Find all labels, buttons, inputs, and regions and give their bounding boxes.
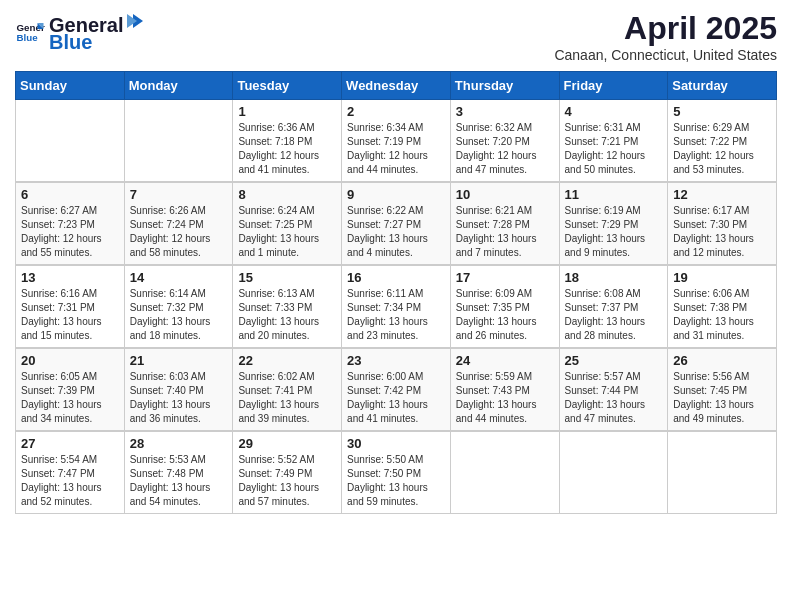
calendar-cell: 6Sunrise: 6:27 AMSunset: 7:23 PMDaylight… bbox=[16, 182, 125, 265]
day-info: Sunrise: 5:50 AMSunset: 7:50 PMDaylight:… bbox=[347, 453, 445, 509]
day-info: Sunrise: 6:03 AMSunset: 7:40 PMDaylight:… bbox=[130, 370, 228, 426]
day-info: Sunrise: 6:08 AMSunset: 7:37 PMDaylight:… bbox=[565, 287, 663, 343]
location-title: Canaan, Connecticut, United States bbox=[554, 47, 777, 63]
calendar-cell: 3Sunrise: 6:32 AMSunset: 7:20 PMDaylight… bbox=[450, 100, 559, 183]
day-number: 22 bbox=[238, 353, 336, 368]
header-friday: Friday bbox=[559, 72, 668, 100]
day-info: Sunrise: 5:53 AMSunset: 7:48 PMDaylight:… bbox=[130, 453, 228, 509]
header-monday: Monday bbox=[124, 72, 233, 100]
calendar-cell: 25Sunrise: 5:57 AMSunset: 7:44 PMDayligh… bbox=[559, 348, 668, 431]
title-block: April 2025 Canaan, Connecticut, United S… bbox=[554, 10, 777, 63]
day-info: Sunrise: 6:02 AMSunset: 7:41 PMDaylight:… bbox=[238, 370, 336, 426]
header-wednesday: Wednesday bbox=[342, 72, 451, 100]
day-info: Sunrise: 6:17 AMSunset: 7:30 PMDaylight:… bbox=[673, 204, 771, 260]
day-info: Sunrise: 6:19 AMSunset: 7:29 PMDaylight:… bbox=[565, 204, 663, 260]
day-number: 15 bbox=[238, 270, 336, 285]
calendar-cell: 22Sunrise: 6:02 AMSunset: 7:41 PMDayligh… bbox=[233, 348, 342, 431]
day-info: Sunrise: 6:34 AMSunset: 7:19 PMDaylight:… bbox=[347, 121, 445, 177]
day-number: 27 bbox=[21, 436, 119, 451]
day-number: 1 bbox=[238, 104, 336, 119]
day-info: Sunrise: 5:59 AMSunset: 7:43 PMDaylight:… bbox=[456, 370, 554, 426]
day-info: Sunrise: 6:05 AMSunset: 7:39 PMDaylight:… bbox=[21, 370, 119, 426]
day-number: 16 bbox=[347, 270, 445, 285]
calendar-cell: 13Sunrise: 6:16 AMSunset: 7:31 PMDayligh… bbox=[16, 265, 125, 348]
calendar-cell: 26Sunrise: 5:56 AMSunset: 7:45 PMDayligh… bbox=[668, 348, 777, 431]
day-number: 6 bbox=[21, 187, 119, 202]
calendar-cell bbox=[559, 431, 668, 514]
day-number: 17 bbox=[456, 270, 554, 285]
logo-arrow-icon bbox=[123, 10, 145, 32]
day-info: Sunrise: 6:14 AMSunset: 7:32 PMDaylight:… bbox=[130, 287, 228, 343]
calendar-week-row: 1Sunrise: 6:36 AMSunset: 7:18 PMDaylight… bbox=[16, 100, 777, 183]
day-number: 3 bbox=[456, 104, 554, 119]
calendar-table: SundayMondayTuesdayWednesdayThursdayFrid… bbox=[15, 71, 777, 514]
day-number: 8 bbox=[238, 187, 336, 202]
day-info: Sunrise: 6:09 AMSunset: 7:35 PMDaylight:… bbox=[456, 287, 554, 343]
day-number: 20 bbox=[21, 353, 119, 368]
day-info: Sunrise: 5:56 AMSunset: 7:45 PMDaylight:… bbox=[673, 370, 771, 426]
day-info: Sunrise: 6:06 AMSunset: 7:38 PMDaylight:… bbox=[673, 287, 771, 343]
calendar-cell: 18Sunrise: 6:08 AMSunset: 7:37 PMDayligh… bbox=[559, 265, 668, 348]
calendar-cell: 20Sunrise: 6:05 AMSunset: 7:39 PMDayligh… bbox=[16, 348, 125, 431]
calendar-cell: 15Sunrise: 6:13 AMSunset: 7:33 PMDayligh… bbox=[233, 265, 342, 348]
svg-text:Blue: Blue bbox=[17, 32, 39, 43]
calendar-cell: 5Sunrise: 6:29 AMSunset: 7:22 PMDaylight… bbox=[668, 100, 777, 183]
calendar-cell: 29Sunrise: 5:52 AMSunset: 7:49 PMDayligh… bbox=[233, 431, 342, 514]
day-number: 18 bbox=[565, 270, 663, 285]
header-thursday: Thursday bbox=[450, 72, 559, 100]
calendar-cell: 23Sunrise: 6:00 AMSunset: 7:42 PMDayligh… bbox=[342, 348, 451, 431]
day-number: 26 bbox=[673, 353, 771, 368]
day-number: 7 bbox=[130, 187, 228, 202]
calendar-cell: 24Sunrise: 5:59 AMSunset: 7:43 PMDayligh… bbox=[450, 348, 559, 431]
calendar-cell: 2Sunrise: 6:34 AMSunset: 7:19 PMDaylight… bbox=[342, 100, 451, 183]
day-info: Sunrise: 6:00 AMSunset: 7:42 PMDaylight:… bbox=[347, 370, 445, 426]
calendar-cell: 19Sunrise: 6:06 AMSunset: 7:38 PMDayligh… bbox=[668, 265, 777, 348]
day-number: 24 bbox=[456, 353, 554, 368]
day-info: Sunrise: 6:21 AMSunset: 7:28 PMDaylight:… bbox=[456, 204, 554, 260]
calendar-header-row: SundayMondayTuesdayWednesdayThursdayFrid… bbox=[16, 72, 777, 100]
calendar-cell: 8Sunrise: 6:24 AMSunset: 7:25 PMDaylight… bbox=[233, 182, 342, 265]
day-info: Sunrise: 6:11 AMSunset: 7:34 PMDaylight:… bbox=[347, 287, 445, 343]
calendar-cell: 28Sunrise: 5:53 AMSunset: 7:48 PMDayligh… bbox=[124, 431, 233, 514]
day-number: 12 bbox=[673, 187, 771, 202]
day-number: 28 bbox=[130, 436, 228, 451]
day-info: Sunrise: 6:27 AMSunset: 7:23 PMDaylight:… bbox=[21, 204, 119, 260]
calendar-cell: 27Sunrise: 5:54 AMSunset: 7:47 PMDayligh… bbox=[16, 431, 125, 514]
calendar-week-row: 20Sunrise: 6:05 AMSunset: 7:39 PMDayligh… bbox=[16, 348, 777, 431]
day-info: Sunrise: 5:54 AMSunset: 7:47 PMDaylight:… bbox=[21, 453, 119, 509]
calendar-cell: 12Sunrise: 6:17 AMSunset: 7:30 PMDayligh… bbox=[668, 182, 777, 265]
day-number: 9 bbox=[347, 187, 445, 202]
day-number: 25 bbox=[565, 353, 663, 368]
day-number: 4 bbox=[565, 104, 663, 119]
day-number: 10 bbox=[456, 187, 554, 202]
calendar-cell: 4Sunrise: 6:31 AMSunset: 7:21 PMDaylight… bbox=[559, 100, 668, 183]
calendar-cell: 21Sunrise: 6:03 AMSunset: 7:40 PMDayligh… bbox=[124, 348, 233, 431]
day-number: 23 bbox=[347, 353, 445, 368]
day-number: 30 bbox=[347, 436, 445, 451]
calendar-cell: 17Sunrise: 6:09 AMSunset: 7:35 PMDayligh… bbox=[450, 265, 559, 348]
day-number: 2 bbox=[347, 104, 445, 119]
calendar-cell: 7Sunrise: 6:26 AMSunset: 7:24 PMDaylight… bbox=[124, 182, 233, 265]
day-number: 19 bbox=[673, 270, 771, 285]
day-info: Sunrise: 6:36 AMSunset: 7:18 PMDaylight:… bbox=[238, 121, 336, 177]
day-info: Sunrise: 6:24 AMSunset: 7:25 PMDaylight:… bbox=[238, 204, 336, 260]
day-number: 5 bbox=[673, 104, 771, 119]
day-number: 29 bbox=[238, 436, 336, 451]
calendar-week-row: 27Sunrise: 5:54 AMSunset: 7:47 PMDayligh… bbox=[16, 431, 777, 514]
calendar-cell: 30Sunrise: 5:50 AMSunset: 7:50 PMDayligh… bbox=[342, 431, 451, 514]
calendar-week-row: 6Sunrise: 6:27 AMSunset: 7:23 PMDaylight… bbox=[16, 182, 777, 265]
calendar-cell bbox=[668, 431, 777, 514]
calendar-cell bbox=[450, 431, 559, 514]
calendar-cell: 9Sunrise: 6:22 AMSunset: 7:27 PMDaylight… bbox=[342, 182, 451, 265]
day-info: Sunrise: 5:52 AMSunset: 7:49 PMDaylight:… bbox=[238, 453, 336, 509]
day-number: 11 bbox=[565, 187, 663, 202]
day-info: Sunrise: 6:31 AMSunset: 7:21 PMDaylight:… bbox=[565, 121, 663, 177]
day-info: Sunrise: 5:57 AMSunset: 7:44 PMDaylight:… bbox=[565, 370, 663, 426]
day-info: Sunrise: 6:16 AMSunset: 7:31 PMDaylight:… bbox=[21, 287, 119, 343]
logo-icon: General Blue bbox=[15, 17, 45, 47]
day-info: Sunrise: 6:32 AMSunset: 7:20 PMDaylight:… bbox=[456, 121, 554, 177]
logo: General Blue General Blue bbox=[15, 10, 145, 54]
calendar-cell bbox=[16, 100, 125, 183]
day-info: Sunrise: 6:13 AMSunset: 7:33 PMDaylight:… bbox=[238, 287, 336, 343]
month-title: April 2025 bbox=[554, 10, 777, 47]
